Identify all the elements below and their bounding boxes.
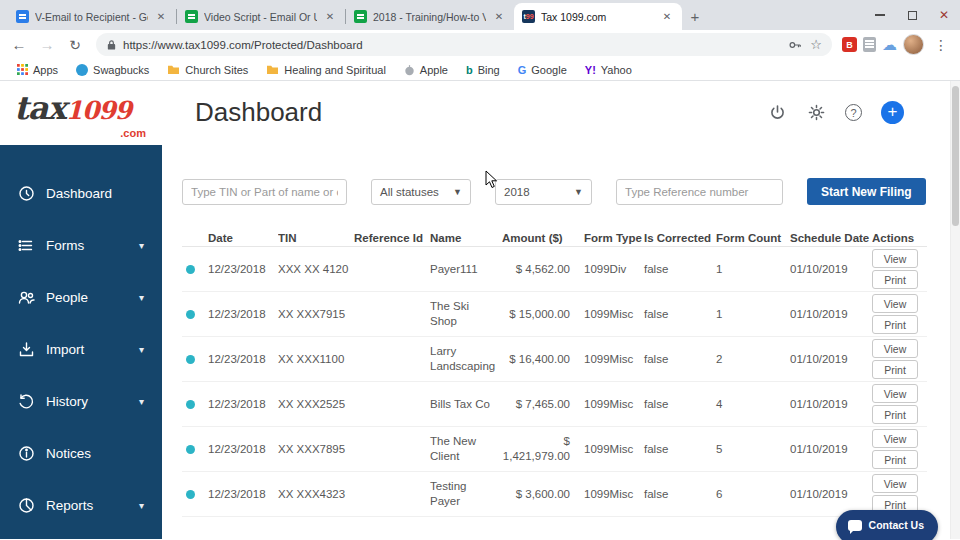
view-button[interactable]: View bbox=[872, 339, 918, 358]
bookmark-swagbucks[interactable]: Swagbucks bbox=[69, 60, 156, 80]
sidebar-item-notices[interactable]: Notices bbox=[0, 427, 162, 479]
print-button[interactable]: Print bbox=[872, 360, 918, 379]
tax1099-favicon-icon: t99 bbox=[522, 10, 535, 23]
cell-form-type: 1099Misc bbox=[584, 352, 644, 367]
status-dot bbox=[186, 400, 195, 409]
bookmark-folder-healing[interactable]: Healing and Spiritual bbox=[259, 60, 393, 80]
col-is-corrected: Is Corrected bbox=[644, 232, 716, 244]
cell-tin: XXX XX 4120 bbox=[278, 262, 354, 277]
new-tab-button[interactable]: + bbox=[682, 3, 708, 29]
tab-close-icon[interactable]: ✕ bbox=[492, 11, 506, 22]
view-button[interactable]: View bbox=[872, 249, 918, 268]
bookmark-apple[interactable]: Apple bbox=[397, 60, 455, 80]
import-icon bbox=[18, 341, 35, 358]
col-schedule-date: Schedule Date bbox=[790, 232, 872, 244]
view-button[interactable]: View bbox=[872, 294, 918, 313]
status-dot bbox=[186, 445, 195, 454]
tab-1[interactable]: V-Email to Recipient - Google D ✕ bbox=[8, 3, 176, 30]
print-button[interactable]: Print bbox=[872, 270, 918, 289]
tab-close-icon[interactable]: ✕ bbox=[660, 11, 674, 22]
maximize-button[interactable] bbox=[896, 0, 928, 30]
cell-tin: XX XXX4323 bbox=[278, 487, 354, 502]
cell-amount: $ 7,465.00 bbox=[502, 397, 584, 412]
vertical-scrollbar[interactable] bbox=[950, 81, 960, 539]
browser-toolbar: ← → ↻ https://www.tax1099.com/Protected/… bbox=[0, 30, 960, 59]
sidebar-item-forms[interactable]: Forms ▾ bbox=[0, 219, 162, 271]
sidebar-item-label: History bbox=[46, 394, 88, 409]
status-select[interactable]: All statuses ▼ bbox=[371, 179, 471, 205]
print-button[interactable]: Print bbox=[872, 315, 918, 334]
tin-search-input[interactable] bbox=[182, 179, 347, 205]
tab-close-icon[interactable]: ✕ bbox=[154, 11, 168, 22]
cell-schedule-date: 01/10/2019 bbox=[790, 397, 872, 412]
bookmark-star-icon[interactable]: ☆ bbox=[810, 37, 822, 52]
table-header-row: Date TIN Reference Id Name Amount ($) Fo… bbox=[182, 229, 927, 247]
tax1099-logo[interactable]: tax1099 .com bbox=[0, 81, 162, 145]
sidebar-item-dashboard[interactable]: Dashboard bbox=[0, 167, 162, 219]
extension-page-icon[interactable] bbox=[863, 37, 876, 52]
bookmark-apps[interactable]: Apps bbox=[10, 60, 65, 80]
back-icon[interactable]: ← bbox=[8, 36, 30, 53]
docs-favicon-icon bbox=[16, 10, 29, 23]
reference-number-input[interactable] bbox=[616, 179, 783, 205]
cell-schedule-date: 01/10/2019 bbox=[790, 442, 872, 457]
cell-form-count: 5 bbox=[716, 442, 790, 457]
cell-is-corrected: false bbox=[644, 442, 716, 457]
yahoo-icon: Y! bbox=[585, 64, 596, 76]
tab-3[interactable]: 2018 - Training/How-to Video - ✕ bbox=[346, 3, 514, 30]
contact-us-button[interactable]: Contact Us bbox=[836, 510, 938, 540]
cell-schedule-date: 01/10/2019 bbox=[790, 352, 872, 367]
view-button[interactable]: View bbox=[872, 429, 918, 448]
cell-date: 12/23/2018 bbox=[208, 352, 278, 367]
start-new-filing-button[interactable]: Start New Filing bbox=[807, 178, 926, 205]
extension-icon[interactable]: B bbox=[842, 37, 857, 52]
tab-close-icon[interactable]: ✕ bbox=[323, 11, 337, 22]
status-select-value: All statuses bbox=[380, 186, 439, 198]
settings-gear-icon[interactable] bbox=[806, 103, 826, 123]
reload-icon[interactable]: ↻ bbox=[64, 37, 86, 53]
col-actions: Actions bbox=[872, 232, 927, 244]
help-icon[interactable]: ? bbox=[845, 104, 862, 121]
chevron-down-icon: ▾ bbox=[139, 292, 144, 303]
url-text: https://www.tax1099.com/Protected/Dashbo… bbox=[123, 39, 782, 51]
cell-is-corrected: false bbox=[644, 307, 716, 322]
tab-4-active[interactable]: t99 Tax 1099.com ✕ bbox=[514, 3, 682, 30]
add-new-icon[interactable]: + bbox=[881, 101, 904, 124]
minimize-button[interactable] bbox=[864, 0, 896, 30]
logout-power-icon[interactable] bbox=[767, 103, 787, 123]
tab-strip: V-Email to Recipient - Google D ✕ Video … bbox=[0, 0, 960, 30]
print-button[interactable]: Print bbox=[872, 450, 918, 469]
year-select-value: 2018 bbox=[504, 186, 530, 198]
address-bar[interactable]: https://www.tax1099.com/Protected/Dashbo… bbox=[96, 33, 832, 56]
sidebar-item-history[interactable]: History ▾ bbox=[0, 375, 162, 427]
scrollbar-thumb[interactable] bbox=[952, 86, 959, 226]
bookmark-label: Church Sites bbox=[185, 64, 248, 76]
chat-bubble-icon bbox=[848, 520, 862, 531]
view-button[interactable]: View bbox=[872, 474, 918, 493]
year-select[interactable]: 2018 ▼ bbox=[495, 179, 592, 205]
profile-avatar[interactable] bbox=[903, 34, 924, 55]
bookmark-google[interactable]: G Google bbox=[511, 60, 574, 80]
print-button[interactable]: Print bbox=[872, 405, 918, 424]
filter-bar: All statuses ▼ 2018 ▼ Start New Filing bbox=[182, 178, 960, 205]
view-button[interactable]: View bbox=[872, 384, 918, 403]
sidebar-item-people[interactable]: People ▾ bbox=[0, 271, 162, 323]
password-key-icon[interactable] bbox=[788, 38, 802, 52]
cell-name: The New Client bbox=[430, 434, 502, 464]
chrome-menu-icon[interactable]: ⋮ bbox=[930, 37, 952, 53]
sidebar-item-reports[interactable]: Reports ▾ bbox=[0, 479, 162, 531]
col-tin: TIN bbox=[278, 232, 354, 244]
extension-cloud-icon[interactable]: ☁ bbox=[882, 36, 897, 54]
bookmark-folder-church-sites[interactable]: Church Sites bbox=[160, 60, 255, 80]
close-button[interactable]: ✕ bbox=[928, 0, 960, 30]
cell-form-type: 1099Div bbox=[584, 262, 644, 277]
bookmark-yahoo[interactable]: Y! Yahoo bbox=[578, 60, 639, 80]
cell-form-count: 1 bbox=[716, 262, 790, 277]
google-icon: G bbox=[518, 64, 527, 76]
tab-2[interactable]: Video Script - Email Or USPS Ma ✕ bbox=[177, 3, 345, 30]
bookmark-bing[interactable]: b Bing bbox=[459, 60, 507, 80]
forms-icon bbox=[18, 237, 35, 254]
cell-form-type: 1099Misc bbox=[584, 487, 644, 502]
sidebar-item-import[interactable]: Import ▾ bbox=[0, 323, 162, 375]
forward-icon[interactable]: → bbox=[36, 36, 58, 53]
